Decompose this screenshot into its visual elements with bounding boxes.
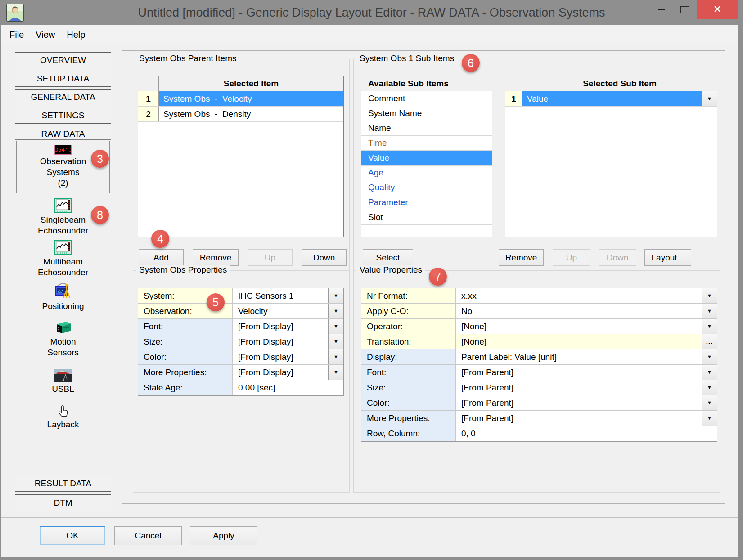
parent-items-header-row: Selected Item <box>138 76 343 91</box>
parent-item-row-1[interactable]: 1 System Obs - Velocity <box>138 91 343 107</box>
property-value[interactable]: 0.00 [sec] <box>233 380 343 395</box>
layout-button[interactable]: Layout... <box>644 249 691 266</box>
motion-sensors-icon <box>54 320 72 335</box>
property-row-color: Color: [From Display] ▼ <box>138 349 343 365</box>
sub-remove-button[interactable]: Remove <box>499 249 544 266</box>
add-button[interactable]: Add <box>139 249 184 266</box>
dropdown-button[interactable]: ▼ <box>702 395 717 410</box>
annotation-badge-3: 3 <box>91 150 109 168</box>
sidebar-item-dtm[interactable]: DTM <box>15 494 111 511</box>
dropdown-button[interactable]: ▼ <box>702 380 717 395</box>
property-row-more-properties: More Properties: [From Parent] ▼ <box>361 411 717 426</box>
sidebar-item-layback[interactable]: Layback <box>15 404 111 430</box>
dropdown-button[interactable]: ▼ <box>328 365 343 380</box>
menu-view[interactable]: View <box>30 25 61 44</box>
available-sub-item-time[interactable]: Time <box>361 136 492 151</box>
property-value[interactable]: [From Parent] <box>456 395 702 410</box>
property-row-translation: Translation: [None] ... <box>361 334 717 349</box>
close-button[interactable]: ✕ <box>697 0 738 19</box>
available-sub-item-slot[interactable]: Slot <box>361 210 492 225</box>
cancel-button[interactable]: Cancel <box>114 526 182 545</box>
sidebar-item-multibeam-echosounder[interactable]: Multibeam Echosounder <box>15 240 111 278</box>
sidebar-item-setup-data[interactable]: SETUP DATA <box>15 71 111 87</box>
up-button[interactable]: Up <box>248 249 293 266</box>
property-value[interactable]: x.xx <box>456 288 702 303</box>
sidebar-item-positioning[interactable]: Positioning <box>15 282 111 312</box>
dropdown-button[interactable]: ▼ <box>702 349 717 364</box>
sidebar-item-settings[interactable]: SETTINGS <box>15 108 111 124</box>
apply-button[interactable]: Apply <box>190 526 257 545</box>
menu-file[interactable]: File <box>4 25 30 44</box>
property-value[interactable]: Parent Label: Value [unit] <box>456 349 702 364</box>
minimize-button[interactable] <box>650 0 673 19</box>
property-label: Display: <box>361 349 456 364</box>
available-sub-item-comment[interactable]: Comment <box>361 91 492 106</box>
group-sub-items: System Obs 1 Sub Items Available Sub Ite… <box>353 59 720 270</box>
property-value[interactable]: 0, 0 <box>456 426 717 441</box>
maximize-button[interactable] <box>673 0 697 19</box>
sub-item-dropdown-button[interactable]: ▼ <box>702 91 717 106</box>
singlebeam-echosounder-label: Singlebeam Echosounder <box>38 215 88 236</box>
remove-button[interactable]: Remove <box>193 249 239 266</box>
menu-help[interactable]: Help <box>61 25 91 44</box>
property-value[interactable]: [From Display] <box>233 319 328 334</box>
dropdown-button[interactable]: ▼ <box>702 411 717 426</box>
raw-data-device-panel: 354' Observation Systems (2) Singlebeam … <box>15 139 111 472</box>
available-sub-item-name[interactable]: Name <box>361 121 492 136</box>
property-value[interactable]: [None] <box>456 319 702 334</box>
property-value[interactable]: [From Parent] <box>456 365 702 380</box>
property-value[interactable]: No <box>456 304 702 318</box>
group-sub-items-title: System Obs 1 Sub Items <box>356 54 457 63</box>
sub-up-button[interactable]: Up <box>553 249 590 266</box>
group-parent-items-title: System Obs Parent Items <box>136 54 239 63</box>
parent-item-row-2[interactable]: 2 System Obs - Density <box>138 107 343 122</box>
selected-sub-item-value[interactable]: Value <box>522 91 702 106</box>
group-value-properties-title: Value Properties <box>356 265 425 275</box>
dropdown-button[interactable]: ▼ <box>702 288 717 303</box>
dropdown-button[interactable]: ▼ <box>702 319 717 334</box>
property-value[interactable]: [From Display] <box>233 349 328 364</box>
dropdown-button[interactable]: ▼ <box>702 304 717 318</box>
parent-item-value[interactable]: System Obs - Density <box>159 107 343 121</box>
available-sub-item-system-name[interactable]: System Name <box>361 106 492 121</box>
sidebar-item-motion-sensors[interactable]: Motion Sensors <box>15 320 111 358</box>
dropdown-button[interactable]: ▼ <box>328 334 343 349</box>
chevron-down-icon: ▼ <box>707 96 712 101</box>
observation-systems-icon: 354' <box>54 145 72 155</box>
sidebar-item-general-data[interactable]: GENERAL DATA <box>15 89 111 105</box>
dropdown-button[interactable]: ▼ <box>328 304 343 318</box>
sidebar-item-overview[interactable]: OVERVIEW <box>15 52 111 68</box>
property-value[interactable]: [From Parent] <box>456 411 702 426</box>
property-value[interactable]: [From Display] <box>233 334 328 349</box>
dropdown-button[interactable]: ▼ <box>328 349 343 364</box>
property-value[interactable]: [None] <box>456 334 702 349</box>
chevron-down-icon: ▼ <box>707 416 712 421</box>
available-sub-item-age[interactable]: Age <box>361 166 492 180</box>
down-button[interactable]: Down <box>302 249 347 266</box>
annotation-badge-5: 5 <box>207 293 225 311</box>
property-value[interactable]: [From Display] <box>233 365 328 380</box>
select-button[interactable]: Select <box>363 249 413 266</box>
dropdown-button[interactable]: ▼ <box>702 365 717 380</box>
main-content: System Obs Parent Items Selected Item 1 … <box>122 50 725 504</box>
property-value[interactable]: IHC Sensors 1 <box>233 288 328 303</box>
sidebar-item-result-data[interactable]: RESULT DATA <box>15 475 111 492</box>
available-sub-item-quality[interactable]: Quality <box>361 180 492 195</box>
dropdown-button[interactable]: ▼ <box>328 319 343 334</box>
property-value[interactable]: Velocity <box>233 304 328 318</box>
property-row-color: Color: [From Parent] ▼ <box>361 395 717 411</box>
property-label: Nr Format: <box>361 288 456 303</box>
chevron-down-icon: ▼ <box>707 324 712 329</box>
available-sub-item-value[interactable]: Value <box>361 151 492 166</box>
maximize-icon <box>680 6 689 13</box>
available-sub-item-parameter[interactable]: Parameter <box>361 195 492 210</box>
property-value[interactable]: [From Parent] <box>456 380 702 395</box>
parent-item-value[interactable]: System Obs - Velocity <box>159 91 343 106</box>
ellipsis-button[interactable]: ... <box>702 334 717 349</box>
selected-sub-item-row-1[interactable]: 1 Value ▼ <box>505 91 717 107</box>
sub-down-button[interactable]: Down <box>599 249 636 266</box>
sidebar-item-observation-systems[interactable]: 354' Observation Systems (2) <box>16 141 110 193</box>
dropdown-button[interactable]: ▼ <box>328 288 343 303</box>
ok-button[interactable]: OK <box>40 526 105 545</box>
sidebar-item-usbl[interactable]: USBL <box>15 369 111 394</box>
